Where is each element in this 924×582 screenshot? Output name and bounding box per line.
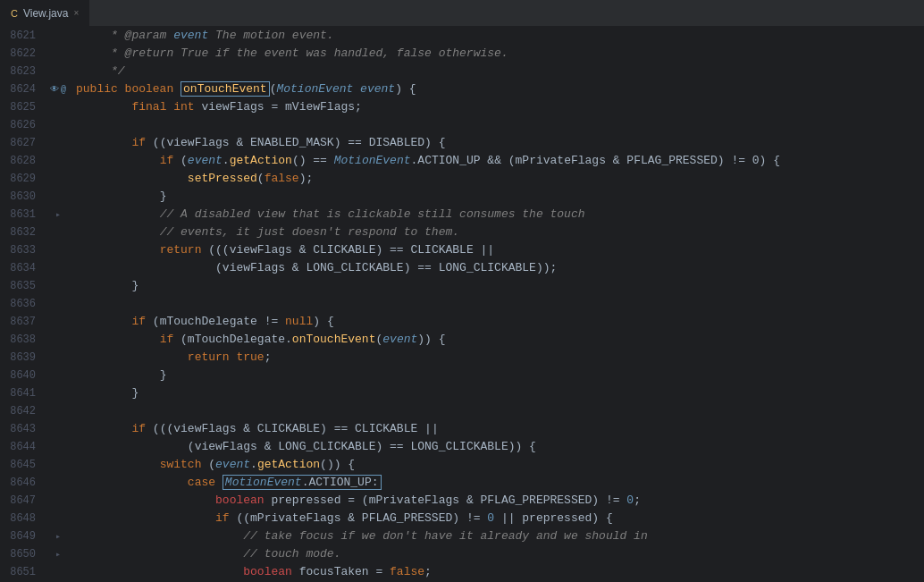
code-line: // events, it just doesn't respond to th…: [71, 224, 924, 241]
table-row: 8636: [0, 295, 924, 313]
code-line: if (mTouchDelegate != null) {: [71, 313, 924, 331]
line-number: 8629: [0, 173, 45, 185]
table-row: 8631 ▸ // A disabled view that is clicka…: [0, 206, 924, 224]
table-row: 8640 }: [0, 367, 924, 384]
table-row: 8627 if ((viewFlags & ENABLED_MASK) == D…: [0, 134, 924, 152]
table-row: 8651 boolean focusTaken = false;: [0, 563, 924, 581]
fold-marker-icon: ▸: [55, 209, 61, 220]
code-line: [71, 116, 924, 134]
tab-view-java[interactable]: C View.java ×: [0, 0, 90, 26]
table-row: 8633 return (((viewFlags & CLICKABLE) ==…: [0, 241, 924, 259]
line-number: 8640: [0, 369, 45, 382]
table-row: 8638 if (mTouchDelegate.onTouchEvent(eve…: [0, 331, 924, 349]
tab-filename: View.java: [23, 7, 68, 20]
table-row: 8637 if (mTouchDelegate != null) {: [0, 313, 924, 331]
line-markers: ▸: [45, 549, 71, 560]
code-line: final int viewFlags = mViewFlags;: [71, 98, 924, 116]
line-markers: ▸: [45, 531, 71, 542]
line-number: 8624: [0, 83, 45, 96]
method-highlight: onTouchEvent: [181, 81, 270, 97]
table-row: 8632 // events, it just doesn't respond …: [0, 224, 924, 241]
code-line: if (mTouchDelegate.onTouchEvent(event)) …: [71, 331, 924, 349]
line-number: 8651: [0, 566, 45, 578]
code-line: return true;: [71, 349, 924, 367]
line-number: 8621: [0, 30, 45, 42]
line-markers: 👁 @: [45, 84, 71, 95]
table-row: 8644 (viewFlags & LONG_CLICKABLE) == LON…: [0, 438, 924, 456]
code-line: case MotionEvent.ACTION_UP:: [71, 474, 924, 492]
table-row: 8626: [0, 116, 924, 134]
table-row: 8628 if (event.getAction() == MotionEven…: [0, 152, 924, 170]
code-line: return (((viewFlags & CLICKABLE) == CLIC…: [71, 241, 924, 259]
line-number: 8650: [0, 548, 45, 561]
java-file-icon: C: [11, 8, 18, 19]
code-line: */: [71, 63, 924, 80]
line-number: 8625: [0, 101, 45, 114]
code-line: // A disabled view that is clickable sti…: [71, 206, 924, 224]
line-number: 8632: [0, 226, 45, 239]
fold-marker-icon: ▸: [55, 531, 61, 542]
code-line: [71, 402, 924, 420]
table-row: 8646 case MotionEvent.ACTION_UP:: [0, 474, 924, 492]
line-number: 8633: [0, 244, 45, 257]
table-row: 8635 }: [0, 277, 924, 295]
code-line: if ((mPrivateFlags & PFLAG_PRESSED) != 0…: [71, 510, 924, 527]
table-row: 8625 final int viewFlags = mViewFlags;: [0, 98, 924, 116]
table-row: 8621 * @param event The motion event.: [0, 27, 924, 45]
line-number: 8623: [0, 65, 45, 78]
line-number: 8637: [0, 316, 45, 328]
line-number: 8630: [0, 190, 45, 203]
code-line: (viewFlags & LONG_CLICKABLE) == LONG_CLI…: [71, 438, 924, 456]
table-row: 8650 ▸ // touch mode.: [0, 545, 924, 563]
code-line: }: [71, 384, 924, 402]
line-number: 8635: [0, 280, 45, 292]
case-highlight: MotionEvent.ACTION_UP:: [223, 475, 382, 490]
code-line: [71, 295, 924, 313]
table-row: 8634 (viewFlags & LONG_CLICKABLE) == LON…: [0, 259, 924, 277]
table-row: 8643 if (((viewFlags & CLICKABLE) == CLI…: [0, 420, 924, 438]
code-line: public boolean onTouchEvent(MotionEvent …: [71, 80, 924, 98]
editor-container: 8621 * @param event The motion event. 86…: [0, 27, 924, 582]
table-row: 8623 */: [0, 63, 924, 80]
code-line: }: [71, 188, 924, 206]
table-row: 8641 }: [0, 384, 924, 402]
table-row: 8639 return true;: [0, 349, 924, 367]
close-tab-icon[interactable]: ×: [73, 8, 79, 18]
line-number: 8631: [0, 208, 45, 221]
table-row: 8629 setPressed(false);: [0, 170, 924, 188]
at-marker-icon: @: [61, 85, 66, 95]
line-number: 8627: [0, 137, 45, 149]
code-line: if (event.getAction() == MotionEvent.ACT…: [71, 152, 924, 170]
line-number: 8645: [0, 459, 45, 471]
code-line: * @param event The motion event.: [71, 27, 924, 45]
line-number: 8643: [0, 423, 45, 435]
code-line: }: [71, 367, 924, 384]
line-number: 8641: [0, 387, 45, 400]
code-line: setPressed(false);: [71, 170, 924, 188]
code-line: (viewFlags & LONG_CLICKABLE) == LONG_CLI…: [71, 259, 924, 277]
tab-bar: C View.java ×: [0, 0, 924, 27]
line-number: 8642: [0, 405, 45, 418]
line-number: 8626: [0, 119, 45, 131]
code-area[interactable]: 8621 * @param event The motion event. 86…: [0, 27, 924, 582]
line-number: 8648: [0, 512, 45, 525]
line-markers: ▸: [45, 209, 71, 220]
code-line: if (((viewFlags & CLICKABLE) == CLICKABL…: [71, 420, 924, 438]
line-number: 8647: [0, 494, 45, 507]
code-line: * @return True if the event was handled,…: [71, 45, 924, 63]
code-line: // touch mode.: [71, 545, 924, 563]
line-number: 8638: [0, 333, 45, 346]
fold-marker-icon: ▸: [55, 549, 61, 560]
code-line: boolean focusTaken = false;: [71, 563, 924, 581]
code-line: switch (event.getAction()) {: [71, 456, 924, 474]
eye-marker-icon: 👁: [50, 84, 59, 95]
table-row: 8642: [0, 402, 924, 420]
line-number: 8636: [0, 298, 45, 310]
code-line: if ((viewFlags & ENABLED_MASK) == DISABL…: [71, 134, 924, 152]
code-line: boolean prepressed = (mPrivateFlags & PF…: [71, 492, 924, 510]
line-number: 8639: [0, 351, 45, 364]
line-number: 8628: [0, 155, 45, 167]
code-line: }: [71, 277, 924, 295]
table-row: 8624 👁 @ public boolean onTouchEvent(Mot…: [0, 80, 924, 98]
code-line: // take focus if we don't have it alread…: [71, 527, 924, 545]
